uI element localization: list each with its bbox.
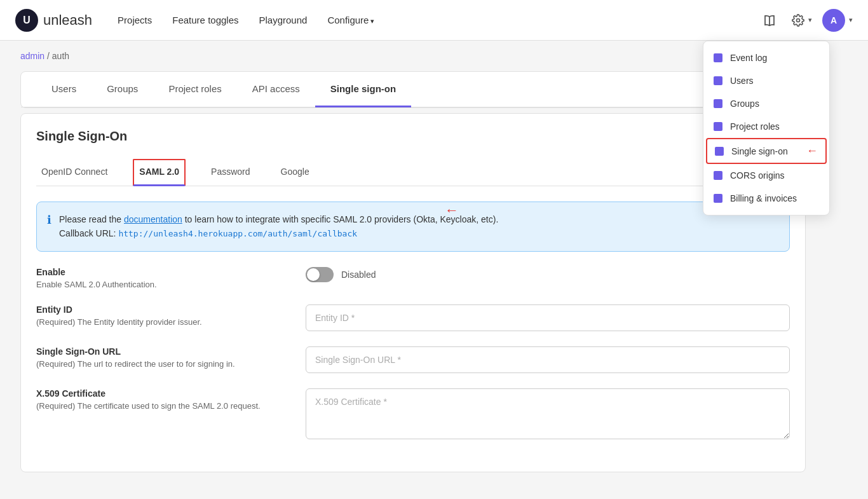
form-control-enable: Disabled	[306, 267, 790, 282]
nav-links: Projects Feature toggles Playground Conf…	[118, 12, 760, 28]
book-icon	[763, 15, 776, 26]
form-row-enable: Enable Enable SAML 2.0 Authentication. D…	[36, 267, 790, 289]
form-label-entity-id: Entity ID	[36, 304, 290, 315]
form-description-entity-id: (Required) The Entity Identity provider …	[36, 317, 290, 327]
breadcrumb: admin / auth	[20, 51, 806, 61]
sso-url-input[interactable]	[306, 346, 790, 373]
tab-project-roles[interactable]: Project roles	[153, 72, 236, 107]
documentation-link[interactable]: documentation	[124, 214, 182, 224]
configure-dropdown-menu: Event log Users Groups Project roles Sin…	[703, 41, 830, 215]
form-row-entity-id: Entity ID (Required) The Entity Identity…	[36, 304, 790, 331]
user-avatar: A	[822, 9, 845, 32]
breadcrumb-admin-link[interactable]: admin	[20, 51, 44, 61]
user-avatar-button[interactable]: A ▾	[822, 9, 853, 32]
form-label-x509: X.509 Certificate	[36, 388, 290, 399]
tab-groups[interactable]: Groups	[92, 72, 153, 107]
main-content: admin / auth Users Groups Project roles …	[0, 41, 826, 493]
arrow-right-indicator: ←	[806, 144, 818, 158]
settings-button[interactable]: ▾	[789, 11, 812, 29]
x509-textarea[interactable]	[306, 388, 790, 439]
form-control-x509	[306, 388, 790, 441]
form-label-sso-url: Single Sign-On URL	[36, 346, 290, 357]
dropdown-item-event-log[interactable]: Event log	[703, 46, 829, 69]
callback-label: Callback URL:	[59, 228, 116, 238]
form-description-enable: Enable SAML 2.0 Authentication.	[36, 280, 290, 289]
gear-icon	[792, 14, 804, 27]
dropdown-label-groups: Groups	[730, 99, 759, 109]
docs-icon-button[interactable]	[760, 12, 779, 29]
info-text: Please read the documentation to learn h…	[59, 212, 498, 241]
cors-origins-icon	[714, 171, 722, 180]
page-title: Single Sign-On	[36, 129, 790, 144]
tab-single-sign-on[interactable]: Single sign-on	[315, 72, 411, 107]
dropdown-item-single-sign-on[interactable]: Single sign-on ←	[706, 138, 827, 164]
info-icon: ℹ	[47, 213, 51, 227]
navbar: U unleash Projects Feature toggles Playg…	[0, 0, 868, 41]
dropdown-label-event-log: Event log	[730, 53, 767, 63]
event-log-icon	[714, 53, 722, 62]
info-box: ℹ Please read the documentation to learn…	[36, 202, 790, 252]
dropdown-label-cors-origins: CORS origins	[730, 170, 785, 181]
billing-invoices-icon	[714, 194, 722, 203]
info-text-after: to learn how to integrate with specific …	[182, 214, 498, 224]
navbar-right: ▾ A ▾	[760, 9, 853, 32]
form-label-group-enable: Enable Enable SAML 2.0 Authentication.	[36, 267, 290, 289]
nav-projects[interactable]: Projects	[118, 12, 152, 28]
form-control-sso-url	[306, 346, 790, 373]
brand-logo-letter: U	[23, 15, 31, 26]
dropdown-item-billing-invoices[interactable]: Billing & invoices	[703, 187, 829, 210]
tab-users[interactable]: Users	[36, 72, 92, 107]
info-text-before: Please read the	[59, 214, 124, 224]
form-label-group-sso-url: Single Sign-On URL (Required) The url to…	[36, 346, 290, 369]
single-sign-on-icon	[715, 147, 724, 156]
form-label-group-x509: X.509 Certificate (Required) The certifi…	[36, 388, 290, 411]
dropdown-label-users: Users	[730, 76, 754, 86]
form-label-enable: Enable	[36, 267, 290, 277]
sub-tab-google[interactable]: Google	[276, 159, 315, 186]
project-roles-icon	[714, 122, 722, 131]
users-icon	[714, 76, 722, 85]
groups-icon	[714, 99, 722, 108]
sub-tabs: OpenID Connect SAML 2.0 Password Google	[36, 159, 790, 186]
form-row-x509: X.509 Certificate (Required) The certifi…	[36, 388, 790, 441]
brand-logo: U	[15, 9, 38, 32]
breadcrumb-current: auth	[52, 51, 69, 61]
form-control-entity-id	[306, 304, 790, 331]
main-tabs: Users Groups Project roles API access Si…	[21, 72, 805, 107]
main-tabs-container: Users Groups Project roles API access Si…	[20, 71, 806, 108]
form-label-group-entity-id: Entity ID (Required) The Entity Identity…	[36, 304, 290, 327]
dropdown-label-project-roles: Project roles	[730, 121, 780, 132]
sub-tab-openid-connect[interactable]: OpenID Connect	[36, 159, 112, 186]
enable-toggle[interactable]	[306, 267, 334, 282]
brand-name: unleash	[43, 12, 92, 29]
breadcrumb-separator: /	[47, 51, 52, 61]
callback-url: http://unleash4.herokuapp.com/auth/saml/…	[118, 229, 357, 238]
content-card: Single Sign-On OpenID Connect SAML 2.0 P…	[20, 113, 806, 472]
sub-tab-password[interactable]: Password	[206, 159, 255, 186]
avatar-arrow: ▾	[849, 16, 853, 24]
brand: U unleash	[15, 9, 92, 32]
nav-playground[interactable]: Playground	[259, 12, 308, 28]
dropdown-item-groups[interactable]: Groups	[703, 92, 829, 115]
sub-tab-saml2[interactable]: SAML 2.0	[133, 159, 186, 186]
tab-api-access[interactable]: API access	[237, 72, 315, 107]
nav-feature-toggles[interactable]: Feature toggles	[172, 12, 238, 28]
gear-arrow: ▾	[808, 16, 812, 24]
form-description-sso-url: (Required) The url to redirect the user …	[36, 359, 290, 369]
gear-icon-button[interactable]	[789, 11, 807, 29]
dropdown-item-users[interactable]: Users	[703, 69, 829, 92]
dropdown-label-single-sign-on: Single sign-on	[731, 146, 788, 156]
toggle-label: Disabled	[341, 270, 376, 280]
dropdown-label-billing-invoices: Billing & invoices	[730, 193, 797, 203]
form-description-x509: (Required) The certificate used to sign …	[36, 401, 290, 411]
form-row-sso-url: Single Sign-On URL (Required) The url to…	[36, 346, 790, 373]
dropdown-item-project-roles[interactable]: Project roles	[703, 115, 829, 138]
dropdown-item-cors-origins[interactable]: CORS origins	[703, 164, 829, 187]
nav-configure[interactable]: Configure	[327, 12, 374, 28]
entity-id-input[interactable]	[306, 304, 790, 331]
